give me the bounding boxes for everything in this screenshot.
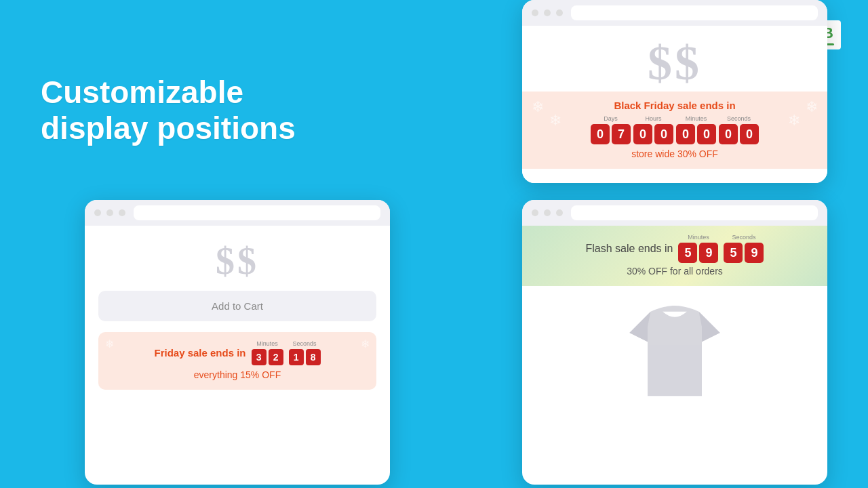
browser-dot-2 xyxy=(544,9,551,16)
label-hours: Hours xyxy=(645,115,661,122)
main-heading: Customizable display positions xyxy=(41,75,296,146)
timer-flash-sec: Seconds 5 9 xyxy=(724,234,764,263)
timer-minutes: Minutes 0 0 xyxy=(676,115,716,144)
digits-flash-sec: 5 9 xyxy=(724,243,764,263)
timer-hours: Hours 0 0 xyxy=(633,115,673,144)
snowflake-3: ❄ xyxy=(806,98,818,116)
timer-seconds: Seconds 0 0 xyxy=(719,115,759,144)
digits-friday-sec: 1 8 xyxy=(289,349,321,365)
friday-sale-title: Friday sale ends in xyxy=(154,347,245,359)
digit-friday-sec-0: 1 xyxy=(289,349,304,365)
label-seconds: Seconds xyxy=(727,115,751,122)
digit-hours-1: 0 xyxy=(654,124,673,144)
black-friday-title: Black Friday sale ends in xyxy=(614,100,735,111)
digits-minutes: 0 0 xyxy=(676,124,716,144)
snowflake-1: ❄ xyxy=(532,98,544,116)
digit-flash-min-0: 5 xyxy=(678,243,697,263)
browser-content-br: Flash sale ends in Minutes 5 9 Seconds 5 xyxy=(522,226,827,415)
label-flash-min: Minutes xyxy=(688,234,709,241)
browser-dot-1 xyxy=(532,9,538,16)
tshirt-container xyxy=(522,286,827,415)
snowflake-4: ❄ xyxy=(788,112,800,129)
label-friday-sec: Seconds xyxy=(293,340,317,347)
digit-friday-min-0: 3 xyxy=(252,349,267,365)
heading-line2: display positions xyxy=(41,110,296,146)
timer-days: Days 0 7 xyxy=(591,115,631,144)
digit-flash-sec-1: 9 xyxy=(745,243,764,263)
browser-dot-bl-3 xyxy=(119,209,125,216)
digits-days: 0 7 xyxy=(591,124,631,144)
digits-hours: 0 0 xyxy=(633,124,673,144)
browser-dot-3 xyxy=(556,9,563,16)
digit-sec-1: 0 xyxy=(740,124,759,144)
browser-dot-br-1 xyxy=(532,209,538,216)
digit-min-1: 0 xyxy=(697,124,716,144)
snowflake-bl-1: ❄ xyxy=(105,338,114,350)
flash-content: Flash sale ends in Minutes 5 9 Seconds 5 xyxy=(533,234,816,277)
dollar-sign-medium: $$ xyxy=(216,239,259,283)
label-days: Days xyxy=(604,115,618,122)
bottom-right-window: Flash sale ends in Minutes 5 9 Seconds 5 xyxy=(522,200,827,485)
snowflake-bl-2: ❄ xyxy=(361,338,370,350)
black-friday-banner: ❄ ❄ ❄ ❄ Black Friday sale ends in Days 0… xyxy=(522,92,827,169)
url-bar-bl xyxy=(134,205,380,220)
timer-friday-sec: Seconds 1 8 xyxy=(289,340,321,365)
label-minutes: Minutes xyxy=(686,115,707,122)
bottom-left-window: $$ Add to Cart ❄ ❄ Friday sale ends in M… xyxy=(85,200,390,485)
label-flash-sec: Seconds xyxy=(732,234,755,241)
browser-bar-top-right xyxy=(522,0,827,26)
digit-flash-min-1: 9 xyxy=(699,243,718,263)
browser-dot-br-2 xyxy=(544,209,551,216)
browser-bar-bottom-left xyxy=(85,200,390,226)
label-friday-min: Minutes xyxy=(256,340,278,347)
digit-flash-sec-0: 5 xyxy=(724,243,743,263)
timer-flash-min: Minutes 5 9 xyxy=(678,234,718,263)
flash-title: Flash sale ends in xyxy=(586,243,673,255)
flash-timer-row: Flash sale ends in Minutes 5 9 Seconds 5 xyxy=(586,234,764,263)
black-friday-timer: Days 0 7 Hours 0 0 Minutes xyxy=(591,115,759,144)
digit-friday-sec-1: 8 xyxy=(306,349,321,365)
url-bar-br xyxy=(571,205,818,220)
digit-days-1: 7 xyxy=(612,124,631,144)
snowflake-2: ❄ xyxy=(549,112,561,129)
flash-sale-banner: Flash sale ends in Minutes 5 9 Seconds 5 xyxy=(522,226,827,286)
digits-friday-min: 3 2 xyxy=(252,349,283,365)
timer-friday-min: Minutes 3 2 xyxy=(252,340,283,365)
top-right-window: $$ ❄ ❄ ❄ ❄ Black Friday sale ends in Day… xyxy=(522,0,827,183)
digit-min-0: 0 xyxy=(676,124,695,144)
tshirt-illustration xyxy=(614,300,736,408)
heading-line1: Customizable xyxy=(41,75,243,110)
browser-dot-bl-1 xyxy=(94,209,101,216)
friday-sale-subtitle: everything 15% OFF xyxy=(194,369,281,380)
browser-content-bl: $$ Add to Cart ❄ ❄ Friday sale ends in M… xyxy=(85,226,390,396)
url-bar xyxy=(571,5,818,20)
digits-seconds: 0 0 xyxy=(719,124,759,144)
browser-dot-bl-2 xyxy=(106,209,113,216)
black-friday-subtitle: store wide 30% OFF xyxy=(631,148,718,159)
digits-flash-min: 5 9 xyxy=(678,243,718,263)
add-to-cart-button[interactable]: Add to Cart xyxy=(98,291,376,321)
flash-subtitle: 30% OFF for all orders xyxy=(627,266,723,277)
browser-bar-br xyxy=(522,200,827,226)
friday-sale-banner: ❄ ❄ Friday sale ends in Minutes 3 2 Seco… xyxy=(98,332,376,390)
friday-sale-timer-row: Friday sale ends in Minutes 3 2 Seconds … xyxy=(154,340,320,365)
digit-friday-min-1: 2 xyxy=(269,349,283,365)
dollar-sign-large: $$ xyxy=(648,35,702,92)
browser-content-top-right: $$ ❄ ❄ ❄ ❄ Black Friday sale ends in Day… xyxy=(522,26,827,183)
digit-sec-0: 0 xyxy=(719,124,738,144)
digit-days-0: 0 xyxy=(591,124,610,144)
digit-hours-0: 0 xyxy=(633,124,652,144)
browser-dot-br-3 xyxy=(556,209,563,216)
